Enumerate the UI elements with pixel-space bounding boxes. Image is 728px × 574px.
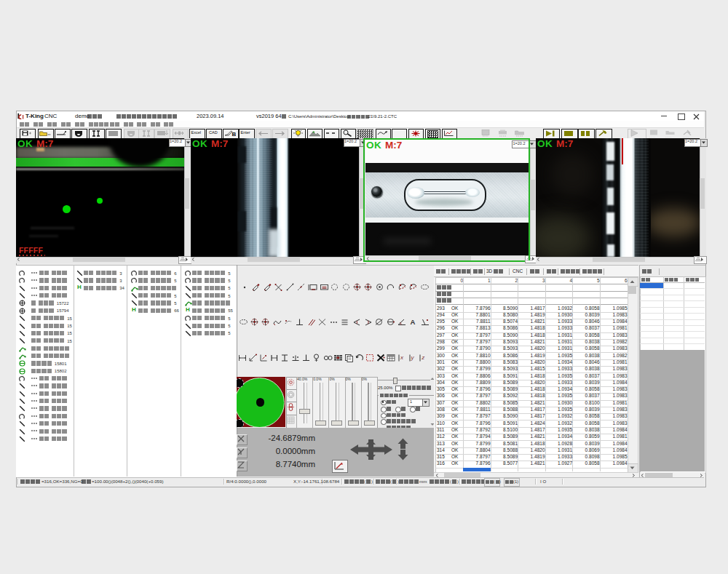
svg-text:B: B (232, 131, 237, 137)
